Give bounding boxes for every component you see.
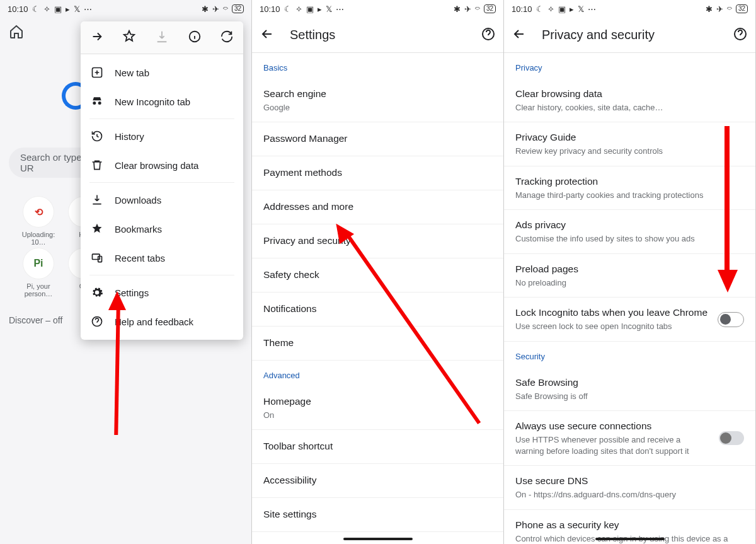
- row-subtitle: Google: [263, 102, 492, 113]
- row-safety-check[interactable]: Safety check: [252, 258, 503, 292]
- menu-label: Clear browsing data: [115, 160, 198, 171]
- reload-icon[interactable]: [220, 30, 234, 46]
- row-clear-data[interactable]: Clear browsing data Clear history, cooki…: [504, 79, 755, 122]
- row-lock-incognito[interactable]: Lock Incognito tabs when you leave Chrom…: [504, 298, 755, 341]
- section-header: Privacy: [504, 53, 755, 79]
- star-icon[interactable]: [122, 30, 136, 46]
- incognito-icon: [91, 95, 103, 108]
- toggle-lock-incognito[interactable]: [718, 312, 744, 327]
- row-tracking[interactable]: Tracking protection Manage third-party c…: [504, 166, 755, 210]
- row-privacy-security[interactable]: Privacy and security: [252, 224, 503, 258]
- row-title: Password Manager: [263, 132, 492, 146]
- row-privacy-guide[interactable]: Privacy Guide Review key privacy and sec…: [504, 122, 755, 166]
- help-icon[interactable]: [733, 26, 748, 44]
- menu-history[interactable]: History: [81, 122, 243, 151]
- shortcut-tile[interactable]: ⟲ Uploading: 10…: [20, 197, 57, 246]
- row-site-settings[interactable]: Site settings: [252, 498, 503, 532]
- row-subtitle: Use HTTPS whenever possible and receive …: [515, 434, 711, 456]
- menu-clear-data[interactable]: Clear browsing data: [81, 151, 243, 180]
- bluetooth-icon: ✱: [706, 4, 713, 14]
- row-theme[interactable]: Theme: [252, 327, 503, 361]
- menu-new-tab[interactable]: New tab: [81, 58, 243, 87]
- row-accessibility[interactable]: Accessibility: [252, 464, 503, 498]
- row-title: Toolbar shortcut: [263, 440, 492, 453]
- row-safe-browsing[interactable]: Safe Browsing Safe Browsing is off: [504, 367, 755, 411]
- vibrate-icon: ✧: [295, 4, 302, 14]
- menu-label: Downloads: [115, 195, 161, 205]
- play-icon: ▸: [570, 4, 574, 14]
- bluetooth-icon: ✱: [202, 4, 209, 14]
- x-icon: 𝕏: [74, 4, 80, 14]
- row-subtitle: On - https://dns.adguard-dns.com/dns-que…: [515, 489, 744, 501]
- forward-icon[interactable]: [90, 30, 104, 46]
- menu-label: Bookmarks: [115, 224, 162, 234]
- settings-list[interactable]: Basics Search engine Google Password Man…: [252, 53, 503, 544]
- row-secure-dns[interactable]: Use secure DNS On - https://dns.adguard-…: [504, 466, 755, 509]
- devices-icon: [91, 252, 103, 264]
- row-title: Preload pages: [515, 263, 744, 276]
- shortcut-tile[interactable]: Pi Pi, your person…: [20, 248, 57, 298]
- status-time: 10:10: [8, 4, 28, 14]
- page-title: Privacy and security: [542, 28, 718, 42]
- info-icon[interactable]: [188, 30, 202, 46]
- overflow-menu: New tab New Incognito tab History Clear …: [81, 21, 243, 340]
- menu-recent-tabs[interactable]: Recent tabs: [81, 243, 243, 272]
- menu-settings[interactable]: Settings: [81, 278, 243, 307]
- row-secure-conn[interactable]: Always use secure connections Use HTTPS …: [504, 411, 755, 466]
- shortcut-label: Uploading: 10…: [22, 231, 55, 246]
- help-icon[interactable]: [481, 26, 496, 44]
- row-toolbar-shortcut[interactable]: Toolbar shortcut: [252, 430, 503, 464]
- settings-app-bar: Settings: [252, 18, 503, 53]
- row-title: Addresses and more: [263, 200, 492, 214]
- row-payment-methods[interactable]: Payment methods: [252, 156, 503, 190]
- battery-icon: 32: [232, 4, 244, 13]
- row-title: Privacy Guide: [515, 131, 744, 144]
- play-icon: ▸: [318, 4, 322, 14]
- page-title: Settings: [290, 28, 466, 42]
- dnd-moon-icon: ☾: [284, 4, 292, 14]
- row-title: Phone as a security key: [515, 519, 744, 532]
- toggle-secure-conn[interactable]: [719, 431, 744, 445]
- row-title: Clear browsing data: [515, 88, 744, 101]
- row-title: Notifications: [263, 303, 492, 316]
- menu-label: Recent tabs: [115, 253, 165, 263]
- battery-icon: 32: [736, 4, 748, 13]
- row-password-manager[interactable]: Password Manager: [252, 122, 503, 156]
- menu-label: New Incognito tab: [115, 96, 190, 107]
- home-icon[interactable]: [9, 24, 24, 42]
- more-notifications-icon: ⋯: [588, 4, 597, 14]
- back-icon[interactable]: [260, 26, 275, 44]
- home-indicator[interactable]: [343, 538, 413, 540]
- privacy-list[interactable]: Privacy Clear browsing data Clear histor…: [504, 53, 755, 544]
- row-title: Payment methods: [263, 166, 492, 180]
- row-subtitle: Review key privacy and security controls: [515, 146, 744, 157]
- reddit-icon: ▣: [558, 4, 566, 14]
- row-ads[interactable]: Ads privacy Customise the info used by s…: [504, 210, 755, 253]
- menu-bookmarks[interactable]: Bookmarks: [81, 214, 243, 243]
- section-header: Security: [504, 342, 755, 367]
- menu-downloads[interactable]: Downloads: [81, 185, 243, 214]
- back-icon[interactable]: [512, 26, 527, 44]
- row-title: Lock Incognito tabs when you leave Chrom…: [515, 306, 710, 320]
- row-title: Accessibility: [263, 474, 492, 487]
- reddit-icon: ▣: [54, 4, 62, 14]
- row-title: Tracking protection: [515, 175, 744, 188]
- menu-help[interactable]: Help and feedback: [81, 307, 243, 336]
- bookmark-star-icon: [91, 223, 103, 235]
- reddit-icon: ▣: [306, 4, 314, 14]
- row-preload[interactable]: Preload pages No preloading: [504, 254, 755, 298]
- row-subtitle: Manage third-party cookies and tracking …: [515, 190, 744, 201]
- row-notifications[interactable]: Notifications: [252, 292, 503, 327]
- row-homepage[interactable]: Homepage On: [252, 386, 503, 430]
- row-addresses[interactable]: Addresses and more: [252, 190, 503, 224]
- menu-new-incognito[interactable]: New Incognito tab: [81, 87, 243, 116]
- row-title: Ads privacy: [515, 219, 744, 232]
- row-title: Homepage: [263, 395, 492, 408]
- home-indicator[interactable]: [595, 538, 665, 540]
- pi-icon: Pi: [23, 248, 54, 279]
- row-search-engine[interactable]: Search engine Google: [252, 79, 503, 122]
- status-bar: 10:10 ☾ ✧ ▣ ▸ 𝕏 ⋯ ✱ ✈ ⌔ 32: [504, 0, 755, 18]
- downloads-icon: [91, 194, 103, 206]
- gear-icon: [91, 286, 103, 299]
- wifi-icon: ⌔: [223, 4, 228, 14]
